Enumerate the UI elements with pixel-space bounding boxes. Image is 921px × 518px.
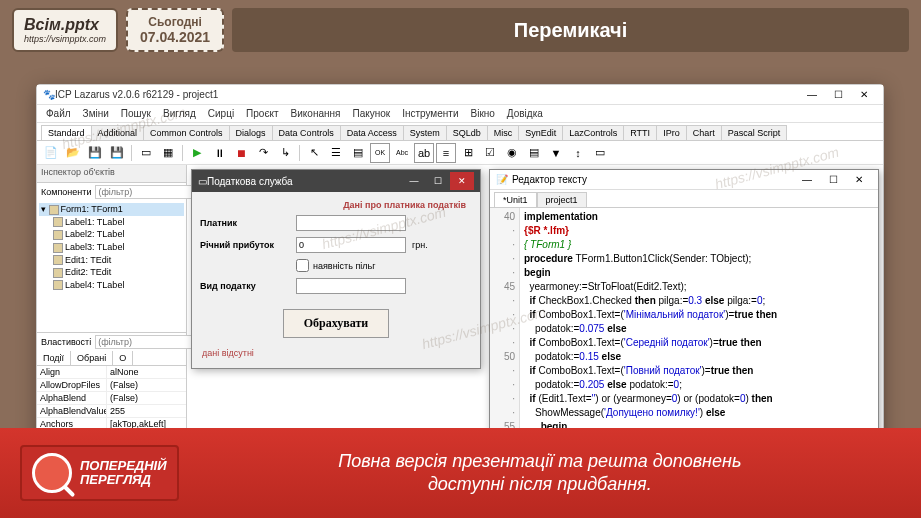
logo-title: Всім.pptx xyxy=(24,16,106,34)
menu-item[interactable]: Пошук xyxy=(116,107,156,120)
stop-icon[interactable]: ⏹ xyxy=(231,143,251,163)
menu-item[interactable]: Довідка xyxy=(502,107,548,120)
menu-item[interactable]: Файл xyxy=(41,107,76,120)
form-icon[interactable]: ▭ xyxy=(136,143,156,163)
tree-item[interactable]: Edit1: TEdit xyxy=(39,254,184,267)
form-group-title: Дані про платника податків xyxy=(198,198,474,212)
menu-item[interactable]: Пакунок xyxy=(347,107,395,120)
suffix-income: грн. xyxy=(412,240,428,250)
palette-tab[interactable]: SynEdit xyxy=(518,125,563,140)
input-income[interactable] xyxy=(296,237,406,253)
palette-tab[interactable]: Chart xyxy=(686,125,722,140)
run-icon[interactable]: ▶ xyxy=(187,143,207,163)
menu-item[interactable]: Сирці xyxy=(203,107,239,120)
tree-item[interactable]: Label1: TLabel xyxy=(39,216,184,229)
inspector-title: Інспектор об'єктів xyxy=(37,165,186,183)
components-label: Компоненти xyxy=(41,187,91,197)
form-maximize-button[interactable]: ☐ xyxy=(426,172,450,190)
input-taxtype[interactable] xyxy=(296,278,406,294)
edit-icon[interactable]: ab xyxy=(414,143,434,163)
checkbox-icon[interactable]: ☑ xyxy=(480,143,500,163)
form-designer[interactable]: ▭ Податкова служба — ☐ ✕ Дані про платни… xyxy=(191,169,481,369)
palette-tab[interactable]: IPro xyxy=(656,125,687,140)
input-payer[interactable] xyxy=(296,215,406,231)
pause-icon[interactable]: ⏸ xyxy=(209,143,229,163)
date-box: Сьогодні 07.04.2021 xyxy=(126,8,224,52)
calculate-button[interactable]: Обрахувати xyxy=(283,309,390,338)
combo-icon[interactable]: ▼ xyxy=(546,143,566,163)
palette-tab[interactable]: Dialogs xyxy=(229,125,273,140)
groupbox-icon[interactable]: ▭ xyxy=(590,143,610,163)
tree-item[interactable]: Edit2: TEdit xyxy=(39,266,184,279)
code-lines[interactable]: implementation{$R *.lfm}{ TForm1 }proced… xyxy=(520,208,878,462)
open-icon[interactable]: 📂 xyxy=(63,143,83,163)
menu-item[interactable]: Виконання xyxy=(286,107,346,120)
ide-titlebar: 🐾 ICP Lazarus v2.0.6 r62129 - project1 —… xyxy=(37,85,883,105)
radio-icon[interactable]: ◉ xyxy=(502,143,522,163)
palette-tab[interactable]: System xyxy=(403,125,447,140)
property-row[interactable]: AlignalNone xyxy=(37,366,186,379)
editor-tab[interactable]: *Unit1 xyxy=(494,192,537,207)
menu-item[interactable]: Інструменти xyxy=(397,107,463,120)
property-row[interactable]: AllowDropFiles(False) xyxy=(37,379,186,392)
minimize-button[interactable]: — xyxy=(799,86,825,104)
preview-overlay: ПОПЕРЕДНІЙ ПЕРЕГЛЯД Повна версія презент… xyxy=(0,428,921,518)
palette-tab[interactable]: Data Access xyxy=(340,125,404,140)
editor-tab[interactable]: project1 xyxy=(537,192,587,207)
preview-badge: ПОПЕРЕДНІЙ ПЕРЕГЛЯД xyxy=(20,445,179,501)
menu-item[interactable]: Вікно xyxy=(466,107,500,120)
form-minimize-button[interactable]: — xyxy=(402,172,426,190)
button-icon[interactable]: OK xyxy=(370,143,390,163)
palette-tab[interactable]: Standard xyxy=(41,125,92,140)
popup-icon[interactable]: ▤ xyxy=(348,143,368,163)
unit-icon[interactable]: ▦ xyxy=(158,143,178,163)
ide-window: 🐾 ICP Lazarus v2.0.6 r62129 - project1 —… xyxy=(36,84,884,484)
toggle-icon[interactable]: ⊞ xyxy=(458,143,478,163)
palette-tab[interactable]: Misc xyxy=(487,125,520,140)
overlay-message: Повна версія презентації та решта доповн… xyxy=(179,450,901,497)
palette-tab[interactable]: Common Controls xyxy=(143,125,230,140)
form-close-button[interactable]: ✕ xyxy=(450,172,474,190)
menu-item[interactable]: Проєкт xyxy=(241,107,283,120)
date-value: 07.04.2021 xyxy=(140,29,210,45)
menu-item[interactable]: Зміни xyxy=(78,107,114,120)
property-row[interactable]: AlphaBlend(False) xyxy=(37,392,186,405)
tree-item[interactable]: Label3: TLabel xyxy=(39,241,184,254)
saveall-icon[interactable]: 💾 xyxy=(107,143,127,163)
maximize-button[interactable]: ☐ xyxy=(825,86,851,104)
palette-tab[interactable]: LazControls xyxy=(562,125,624,140)
tree-item[interactable]: Label4: TLabel xyxy=(39,279,184,292)
palette-tab[interactable]: RTTI xyxy=(623,125,657,140)
listbox-icon[interactable]: ▤ xyxy=(524,143,544,163)
tree-item[interactable]: Label2: TLabel xyxy=(39,228,184,241)
label-icon[interactable]: Abc xyxy=(392,143,412,163)
editor-minimize-button[interactable]: — xyxy=(794,171,820,189)
menu-item[interactable]: Вигляд xyxy=(158,107,201,120)
palette-tab[interactable]: Data Controls xyxy=(272,125,341,140)
props-tab[interactable]: Події xyxy=(37,351,71,365)
tree-item[interactable]: ▾ Form1: TForm1 xyxy=(39,203,184,216)
scrollbar-icon[interactable]: ↕ xyxy=(568,143,588,163)
component-tree[interactable]: ▾ Form1: TForm1Label1: TLabelLabel2: TLa… xyxy=(37,201,186,332)
close-button[interactable]: ✕ xyxy=(851,86,877,104)
new-icon[interactable]: 📄 xyxy=(41,143,61,163)
props-tab[interactable]: Обрані xyxy=(71,351,113,365)
pointer-icon[interactable]: ↖ xyxy=(304,143,324,163)
checkbox-benefits[interactable] xyxy=(296,259,309,272)
code-area[interactable]: 40 · · · · 45 · · · · 50 · · · · 55 · · … xyxy=(490,208,878,462)
memo-icon[interactable]: ≡ xyxy=(436,143,456,163)
palette-tab[interactable]: Additional xyxy=(91,125,145,140)
palette-tab[interactable]: Pascal Script xyxy=(721,125,788,140)
editor-maximize-button[interactable]: ☐ xyxy=(820,171,846,189)
editor-tabs: *Unit1project1 xyxy=(490,190,878,208)
property-row[interactable]: AlphaBlendValue255 xyxy=(37,405,186,418)
palette-tab[interactable]: SQLdb xyxy=(446,125,488,140)
form-status-text: дані відсутні xyxy=(198,344,474,362)
save-icon[interactable]: 💾 xyxy=(85,143,105,163)
stepover-icon[interactable]: ↷ xyxy=(253,143,273,163)
stepin-icon[interactable]: ↳ xyxy=(275,143,295,163)
line-gutter: 40 · · · · 45 · · · · 50 · · · · 55 · · … xyxy=(490,208,520,462)
editor-close-button[interactable]: ✕ xyxy=(846,171,872,189)
menu-icon[interactable]: ☰ xyxy=(326,143,346,163)
props-tab[interactable]: О xyxy=(113,351,133,365)
